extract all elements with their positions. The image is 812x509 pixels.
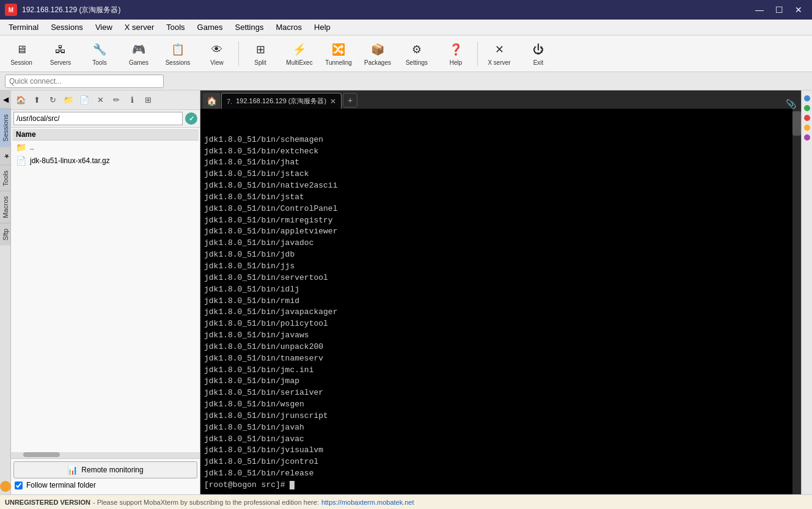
terminal-tab-1[interactable]: 7. 192.168.126.129 (京淘服务器) ✕	[221, 93, 342, 109]
terminal-line: jdk1.8.0_51/bin/policytool	[204, 318, 789, 330]
menu-item-help[interactable]: Help	[308, 21, 337, 34]
sftp-grid-btn[interactable]: ⊞	[141, 93, 155, 108]
sftp-upload-btn[interactable]: ⬆	[29, 93, 44, 108]
right-dot-5[interactable]	[804, 134, 810, 141]
toolbar-btn-xserver[interactable]: ✕X server	[480, 37, 518, 70]
terminal-line: jdk1.8.0_51/bin/jhat	[204, 157, 789, 169]
terminal-line: jdk1.8.0_51/bin/jdb	[204, 249, 789, 261]
close-button[interactable]: ✕	[790, 2, 807, 17]
sidebar-tab-sessions[interactable]: Sessions	[0, 109, 10, 147]
toolbar-btn-split[interactable]: ⊞Split	[241, 37, 279, 70]
quick-connect-input[interactable]	[5, 75, 164, 88]
sftp-home-btn[interactable]: 🏠	[13, 93, 28, 108]
quick-connect-bar	[0, 72, 812, 90]
menu-item-tools[interactable]: Tools	[160, 21, 191, 34]
terminal-line: jdk1.8.0_51/bin/javaws	[204, 330, 789, 342]
menu-item-settings[interactable]: Settings	[229, 21, 270, 34]
remote-monitoring-button[interactable]: 📊 Remote monitoring	[13, 461, 197, 478]
menu-item-sessions[interactable]: Sessions	[45, 21, 89, 34]
sftp-scrollbar-thumb	[23, 452, 60, 457]
sftp-delete-btn[interactable]: ✕	[93, 93, 108, 108]
sftp-newfile-btn[interactable]: 📄	[77, 93, 92, 108]
sidebar-collapse-btn[interactable]: ◀	[0, 90, 11, 109]
terminal-line: jdk1.8.0_51/bin/serialver	[204, 387, 789, 399]
toolbar-btn-sessions[interactable]: 📋Sessions	[159, 37, 197, 70]
follow-terminal-checkbox[interactable]	[15, 482, 23, 489]
terminal-scrollbar[interactable]	[792, 109, 801, 494]
terminal-content[interactable]: jdk1.8.0_51/bin/schemagenjdk1.8.0_51/bin…	[200, 109, 792, 494]
sftp-col-header: Name	[12, 129, 199, 141]
menu-item-view[interactable]: View	[89, 21, 119, 34]
sftp-toolbar: 🏠 ⬆ ↻ 📁 📄 ✕ ✏ ℹ ⊞	[11, 90, 200, 110]
sftp-properties-btn[interactable]: ℹ	[125, 93, 139, 108]
toolbar-btn-servers[interactable]: 🖧Servers	[42, 37, 79, 70]
right-dot-1[interactable]	[804, 95, 810, 101]
sftp-file-list: Name 📁 .. 📄 jdk-8u51-linux-x64.tar.gz	[11, 128, 200, 452]
toolbar-btn-tools[interactable]: 🔧Tools	[81, 37, 119, 70]
terminal-line: jdk1.8.0_51/bin/jjs	[204, 261, 789, 273]
unregistered-label: UNREGISTERED VERSION	[5, 499, 90, 506]
attach-icon[interactable]: 📎	[783, 99, 799, 109]
sftp-file-item-parent[interactable]: 📁 ..	[12, 141, 199, 154]
terminal-line: jdk1.8.0_51/bin/appletviewer	[204, 226, 789, 238]
right-dot-4[interactable]	[804, 125, 810, 131]
multiexec-icon: ⚡	[291, 41, 308, 58]
sidebar-tab-favorites[interactable]: ★	[0, 147, 10, 165]
right-sidebar	[801, 90, 812, 494]
right-dot-2[interactable]	[804, 105, 810, 111]
terminal-line: jdk1.8.0_51/bin/rmid	[204, 296, 789, 307]
sftp-rename-btn[interactable]: ✏	[109, 93, 123, 108]
terminal-cursor	[290, 481, 294, 489]
sftp-path-bar: ✓	[11, 110, 200, 128]
terminal-line: jdk1.8.0_51/bin/unpack200	[204, 342, 789, 353]
terminal-tab-number: 7.	[227, 98, 232, 105]
right-dot-3[interactable]	[804, 115, 810, 121]
menu-item-terminal[interactable]: Terminal	[2, 21, 45, 34]
new-tab-button[interactable]: +	[343, 93, 357, 108]
sftp-refresh-btn[interactable]: ↻	[45, 93, 60, 108]
sftp-file-item-tarball[interactable]: 📄 jdk-8u51-linux-x64.tar.gz	[12, 154, 199, 167]
menu-item-games[interactable]: Games	[191, 21, 229, 34]
tunneling-icon: 🔀	[330, 41, 347, 58]
toolbar-btn-packages[interactable]: 📦Packages	[359, 37, 397, 70]
status-bar: UNREGISTERED VERSION - Please support Mo…	[0, 494, 812, 509]
toolbar-btn-help[interactable]: ❓Help	[437, 37, 475, 70]
maximize-button[interactable]: ☐	[770, 2, 788, 17]
toolbar-btn-settings[interactable]: ⚙Settings	[398, 37, 436, 70]
minimize-button[interactable]: —	[751, 2, 768, 17]
toolbar-btn-exit[interactable]: ⏻Exit	[519, 37, 557, 70]
sidebar-tab-macros[interactable]: Macros	[0, 191, 10, 223]
follow-terminal-label[interactable]: Follow terminal folder	[13, 478, 197, 492]
terminal-line: jdk1.8.0_51/bin/javac	[204, 434, 789, 445]
left-sidebar: ◀ Sessions ★ Tools Macros Sftp	[0, 90, 11, 494]
toolbar-btn-view[interactable]: 👁View	[198, 37, 236, 70]
menu-item-macros[interactable]: Macros	[269, 21, 308, 34]
menu-item-x server[interactable]: X server	[119, 21, 160, 34]
terminal-line: jdk1.8.0_51/bin/release	[204, 468, 789, 480]
sftp-horizontal-scrollbar[interactable]	[11, 452, 200, 458]
sidebar-tab-sftp[interactable]: Sftp	[0, 223, 10, 246]
terminal-tab-close[interactable]: ✕	[330, 97, 336, 106]
terminal-line: jdk1.8.0_51/bin/jrunscript	[204, 411, 789, 422]
terminal-line: jdk1.8.0_51/bin/wsgen	[204, 399, 789, 411]
tools-icon: 🔧	[91, 41, 108, 58]
toolbar-btn-session[interactable]: 🖥Session	[2, 37, 40, 70]
notification-dot[interactable]	[0, 481, 11, 492]
sftp-path-input[interactable]	[13, 112, 183, 125]
sidebar-tab-tools[interactable]: Tools	[0, 165, 10, 191]
terminal-line: jdk1.8.0_51/bin/javadoc	[204, 238, 789, 249]
sftp-path-ok[interactable]: ✓	[185, 112, 197, 125]
mobatek-link[interactable]: https://mobaxterm.mobatek.net	[321, 499, 414, 506]
home-tab[interactable]: 🏠	[203, 93, 220, 109]
toolbar-btn-multiexec[interactable]: ⚡MultiExec	[280, 37, 318, 70]
toolbar: 🖥Session🖧Servers🔧Tools🎮Games📋Sessions👁Vi…	[0, 35, 812, 72]
terminal-wrapper: jdk1.8.0_51/bin/schemagenjdk1.8.0_51/bin…	[200, 109, 801, 494]
sftp-newfolder-btn[interactable]: 📁	[61, 93, 76, 108]
terminal-line: jdk1.8.0_51/bin/jmap	[204, 376, 789, 387]
terminal-line: jdk1.8.0_51/bin/extcheck	[204, 146, 789, 158]
sftp-bottom: 📊 Remote monitoring Follow terminal fold…	[11, 458, 200, 494]
terminal-line: jdk1.8.0_51/bin/jmc.ini	[204, 365, 789, 376]
toolbar-btn-games[interactable]: 🎮Games	[120, 37, 158, 70]
xserver-icon: ✕	[491, 41, 508, 58]
toolbar-btn-tunneling[interactable]: 🔀Tunneling	[320, 37, 357, 70]
